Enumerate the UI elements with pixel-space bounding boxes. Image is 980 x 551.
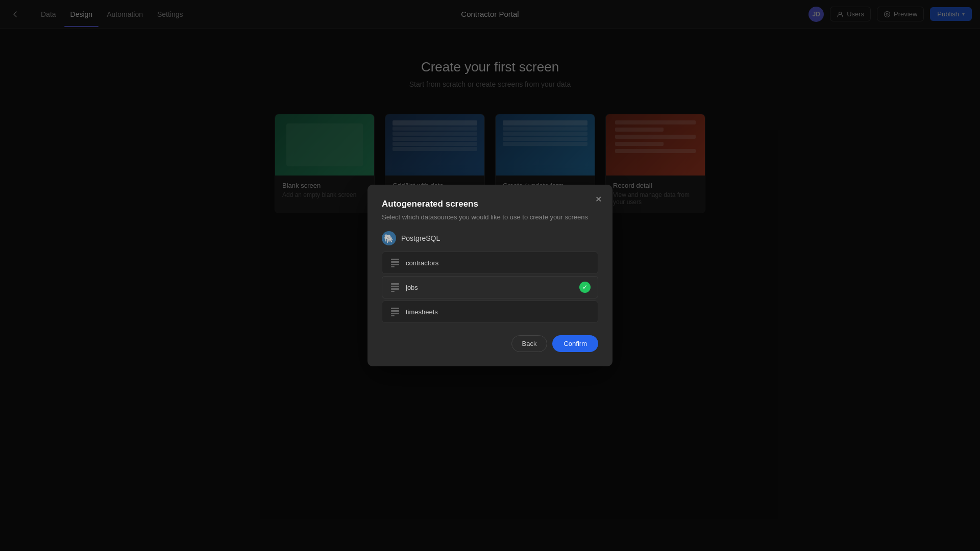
pg-elephant-icon: 🐘 (384, 234, 394, 243)
postgresql-icon: 🐘 (382, 231, 396, 245)
svg-rect-4 (391, 261, 399, 263)
back-button-modal[interactable]: Back (511, 335, 548, 352)
check-selected-icon: ✓ (579, 282, 591, 293)
svg-rect-13 (391, 313, 399, 314)
datasource-header: 🐘 PostgreSQL (382, 231, 598, 245)
modal-overlay: ✕ Autogenerated screens Select which dat… (0, 0, 980, 551)
table-name-jobs: jobs (406, 284, 418, 291)
svg-rect-14 (391, 315, 395, 316)
svg-rect-5 (391, 264, 399, 265)
modal-close-button[interactable]: ✕ (591, 192, 605, 206)
table-grid-icon-timesheets (389, 306, 401, 317)
table-name-contractors: contractors (406, 259, 438, 267)
table-list: contractors jobs ✓ (382, 252, 598, 323)
svg-rect-8 (391, 286, 399, 287)
table-item-contractors[interactable]: contractors (382, 252, 598, 274)
svg-rect-9 (391, 288, 399, 290)
svg-rect-12 (391, 310, 399, 312)
modal-title: Autogenerated screens (382, 199, 598, 209)
table-item-timesheets[interactable]: timesheets (382, 300, 598, 323)
table-item-left: timesheets (389, 306, 438, 317)
autogenerated-screens-modal: ✕ Autogenerated screens Select which dat… (368, 185, 612, 366)
table-grid-icon-jobs (389, 282, 401, 293)
table-item-left: jobs (389, 282, 418, 293)
table-item-jobs[interactable]: jobs ✓ (382, 276, 598, 298)
svg-rect-7 (391, 283, 399, 285)
svg-rect-3 (391, 259, 399, 260)
svg-rect-6 (391, 266, 395, 267)
table-name-timesheets: timesheets (406, 308, 438, 316)
modal-footer: Back Confirm (382, 335, 598, 352)
modal-subtitle: Select which datasources you would like … (382, 213, 598, 221)
svg-rect-10 (391, 291, 395, 292)
svg-rect-11 (391, 308, 399, 309)
table-item-left: contractors (389, 257, 438, 268)
table-grid-icon (389, 257, 401, 268)
datasource-name: PostgreSQL (401, 234, 440, 242)
confirm-button[interactable]: Confirm (552, 335, 598, 352)
